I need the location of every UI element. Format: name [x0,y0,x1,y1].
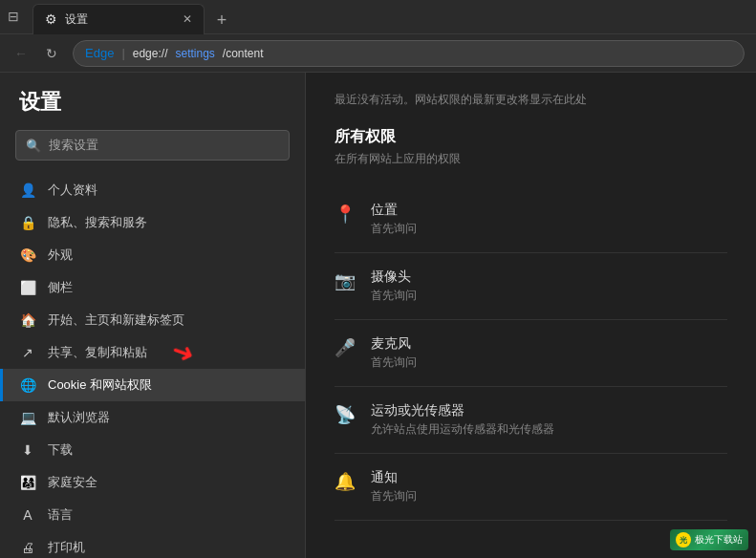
permission-item-notification[interactable]: 🔔通知首先询问 [335,454,727,521]
sidebar-item-label-profile: 个人资料 [48,182,97,199]
back-button[interactable]: ← [11,46,31,61]
watermark: 光 极光下载站 [670,529,748,550]
permissions-list: 📍位置首先询问📷摄像头首先询问🎤麦克风首先询问📡运动或光传感器允许站点使用运动传… [335,186,727,521]
address-path-link[interactable]: settings [175,47,214,60]
sidebar-icon: ⬜ [19,279,36,296]
sidebar-item-label-newtab: 开始、主页和新建标签页 [48,311,184,329]
permission-item-camera[interactable]: 📷摄像头首先询问 [335,253,727,320]
recent-activity-text: 最近没有活动。网站权限的最新更改将显示在此处 [335,92,727,108]
camera-perm-icon: 📷 [335,270,356,291]
sidebar-item-newtab[interactable]: 🏠开始、主页和新建标签页 [0,304,305,336]
location-perm-info: 位置首先询问 [371,202,417,237]
location-perm-name: 位置 [371,202,417,219]
sidebar-item-label-download: 下载 [48,441,73,459]
microphone-perm-info: 麦克风首先询问 [371,335,417,371]
motion-perm-info: 运动或光传感器允许站点使用运动传感器和光传感器 [371,402,554,438]
search-box[interactable]: 🔍 搜索设置 [15,130,290,161]
privacy-icon: 🔒 [19,214,36,231]
refresh-button[interactable]: ↻ [42,46,61,61]
content-area: 最近没有活动。网站权限的最新更改将显示在此处 所有权限 在所有网站上应用的权限 … [306,73,756,558]
sidebar-item-label-cookies: Cookie 和网站权限 [48,376,152,394]
sidebar-title: 设置 [0,88,305,130]
profile-icon: 👤 [19,182,36,199]
sidebar-item-browser[interactable]: 💻默认浏览器 [0,401,305,434]
share-icon: ↗ [19,344,36,361]
notification-perm-name: 通知 [371,469,417,486]
language-icon: A [19,506,36,524]
sidebar-item-download[interactable]: ⬇下载 [0,434,305,466]
camera-perm-name: 摄像头 [371,268,417,286]
sidebar-item-label-language: 语言 [48,506,73,524]
camera-perm-status: 首先询问 [371,288,417,304]
motion-perm-status: 允许站点使用运动传感器和光传感器 [371,421,554,438]
main-layout: 设置 🔍 搜索设置 👤个人资料🔒隐私、搜索和服务🎨外观⬜侧栏🏠开始、主页和新建标… [0,73,756,558]
search-icon: 🔍 [26,139,41,153]
browser-icon: 💻 [19,409,36,426]
sidebar-item-share[interactable]: ↗共享、复制和粘贴 [0,336,305,369]
location-perm-status: 首先询问 [371,221,417,237]
edge-logo-icon: Edge [85,46,114,60]
notification-perm-info: 通知首先询问 [371,469,417,504]
all-permissions-subtitle: 在所有网站上应用的权限 [335,151,727,167]
permission-item-location[interactable]: 📍位置首先询问 [335,186,727,253]
cookies-icon: 🌐 [19,376,36,394]
location-perm-icon: 📍 [335,204,356,225]
address-path-rest: /content [223,47,264,60]
sidebar-item-printer[interactable]: 🖨打印机 [0,531,305,558]
search-placeholder: 搜索设置 [49,137,98,154]
notification-perm-icon: 🔔 [335,471,356,492]
title-bar: ⊟ ⚙ 设置 ✕ + [0,0,756,34]
camera-perm-info: 摄像头首先询问 [371,268,417,304]
sidebar-item-family[interactable]: 👨‍👩‍👧家庭安全 [0,466,305,499]
sidebar-item-label-printer: 打印机 [48,539,85,556]
sidebar: 设置 🔍 搜索设置 👤个人资料🔒隐私、搜索和服务🎨外观⬜侧栏🏠开始、主页和新建标… [0,73,306,558]
sidebar-item-appearance[interactable]: 🎨外观 [0,239,305,271]
sidebar-item-label-sidebar: 侧栏 [48,279,73,296]
tab-settings[interactable]: ⚙ 设置 ✕ [32,4,205,34]
notification-perm-status: 首先询问 [371,488,417,504]
address-input[interactable]: Edge | edge://settings/content [73,40,745,67]
all-permissions-title: 所有权限 [335,127,727,147]
download-icon: ⬇ [19,441,36,459]
sidebar-item-privacy[interactable]: 🔒隐私、搜索和服务 [0,206,305,239]
sidebar-item-profile[interactable]: 👤个人资料 [0,174,305,206]
new-tab-button[interactable]: + [208,8,235,34]
motion-perm-name: 运动或光传感器 [371,402,554,419]
sidebar-item-label-privacy: 隐私、搜索和服务 [48,214,147,231]
watermark-text: 极光下载站 [695,533,743,547]
microphone-perm-icon: 🎤 [335,337,356,358]
microphone-perm-name: 麦克风 [371,335,417,353]
settings-favicon: ⚙ [45,11,57,27]
permission-item-microphone[interactable]: 🎤麦克风首先询问 [335,320,727,387]
printer-icon: 🖨 [19,539,36,556]
sidebar-item-label-share: 共享、复制和粘贴 [48,344,147,361]
microphone-perm-status: 首先询问 [371,354,417,371]
address-protocol: edge:// [133,47,168,60]
tab-title: 设置 [65,11,88,28]
family-icon: 👨‍👩‍👧 [19,474,36,491]
sidebar-item-label-appearance: 外观 [48,247,73,264]
permission-item-motion[interactable]: 📡运动或光传感器允许站点使用运动传感器和光传感器 [335,387,727,454]
nav-items: 👤个人资料🔒隐私、搜索和服务🎨外观⬜侧栏🏠开始、主页和新建标签页↗共享、复制和粘… [0,174,305,558]
watermark-logo: 光 [676,532,691,547]
address-separator: | [121,46,124,60]
sidebar-item-label-family: 家庭安全 [48,474,97,491]
sidebar-item-sidebar[interactable]: ⬜侧栏 [0,271,305,304]
address-bar: ← ↻ Edge | edge://settings/content [0,34,756,73]
motion-perm-icon: 📡 [335,404,356,425]
sidebar-item-label-browser: 默认浏览器 [48,409,110,426]
sidebar-item-cookies[interactable]: 🌐Cookie 和网站权限 [0,369,305,401]
sidebar-item-language[interactable]: A语言 [0,499,305,531]
tab-close-button[interactable]: ✕ [183,12,192,26]
window-icon[interactable]: ⊟ [8,9,25,26]
appearance-icon: 🎨 [19,247,36,264]
newtab-icon: 🏠 [19,311,36,329]
tab-area: ⚙ 设置 ✕ + [32,0,748,34]
